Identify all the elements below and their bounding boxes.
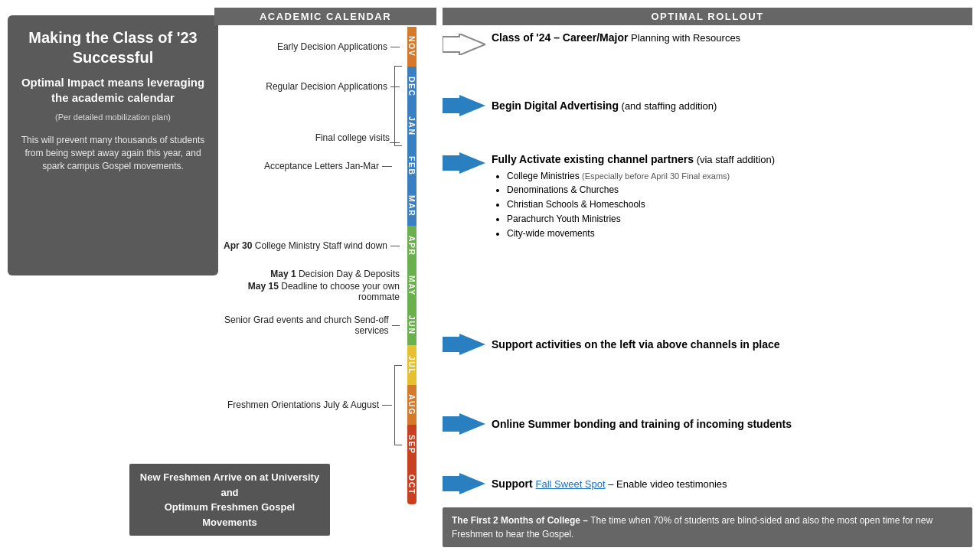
rollout-support-text: Support activities on the left via above… [492,337,972,353]
month-oct: OCT [407,465,416,504]
month-aug: AUG [407,385,416,425]
main-layout: Making the Class of '23 Successful Optim… [0,0,980,536]
channel-partners-list: College Ministries (Especially before Ap… [492,170,972,240]
freshmen-box-content: New Freshmen Arrive on at UniversityandO… [129,464,330,536]
month-mar: MAR [407,186,416,226]
rollout-list: Class of '24 – Career/Major Planning wit… [443,27,972,504]
event-may: May 1 Decision Day & Deposits May 15 Dea… [214,266,403,305]
rollout-fall-text: Support Fall Sweet Spot – Enable video t… [492,477,972,492]
rollout-digital-advertising: Begin Digital Advertising (and staffing … [443,67,972,146]
timeline-wrapper: Early Decision Applications Regular Deci… [214,27,436,528]
arrow-outline-icon [443,34,485,55]
svg-marker-0 [443,34,485,55]
connector-line [390,47,400,47]
list-item: College Ministries (Especially before Ap… [507,170,972,183]
left-info-box: Making the Class of '23 Successful Optim… [8,15,218,276]
connector-line [390,246,400,246]
optimal-rollout-header: OPTIMAL ROLLOUT [443,8,972,25]
svg-marker-2 [443,152,485,174]
event-freshmen-orient: Freshmen Orientations July & August [214,385,403,425]
months-column: NOV DEC JAN FEB MAR APR MAY JUN JUL AUG … [407,27,436,528]
connector-line [382,166,392,167]
academic-calendar-header: ACADEMIC CALENDAR [214,8,436,25]
list-item: Parachurch Youth Ministries [507,213,972,226]
bottom-info-box: The First 2 Months of College – The time… [443,507,972,547]
panel-subtitle: Optimal Impact means leveraging the acad… [18,75,207,105]
arrow-solid-icon-5 [443,473,485,497]
rollout-fall-sweet-spot: Support Fall Sweet Spot – Enable video t… [443,465,972,504]
bracket-jul-aug [394,365,402,445]
month-sep: SEP [407,425,416,465]
svg-marker-4 [443,413,485,435]
event-may15: May 15 Deadline to choose your own roomm… [214,281,400,302]
arrow-solid-icon [443,95,485,119]
svg-marker-5 [443,473,485,494]
event-acceptance: Acceptance Letters Jan-Mar [214,146,403,186]
arrow-solid-icon-3 [443,334,485,357]
list-item: City-wide movements [507,227,972,240]
list-item: Denominations & Churches [507,184,972,197]
event-regular-decision: Regular Decision Applications [214,67,403,106]
month-feb: FEB [407,146,416,186]
arrow-solid-icon-4 [443,413,485,437]
fall-sweet-spot-link[interactable]: Fall Sweet Spot [536,478,606,490]
rollout-online-summer: Online Summer bonding and training of in… [443,385,972,465]
panel-title: Making the Class of '23 Successful [18,28,207,67]
rollout-summer-text: Online Summer bonding and training of in… [492,417,972,432]
month-jun: JUN [407,305,416,345]
rollout-career-text: Class of '24 – Career/Major Planning wit… [492,31,972,46]
connector-line [382,405,392,406]
events-column: Early Decision Applications Regular Deci… [214,27,407,528]
rollout-support-activities: Support activities on the left via above… [443,305,972,385]
event-final-college: Final college visits [214,106,403,146]
month-may: MAY [407,266,416,305]
event-apr30: Apr 30 College Ministry Staff wind down [214,226,403,266]
svg-marker-1 [443,95,485,116]
panel-body: This will prevent many thousands of stud… [18,134,207,172]
rollout-career-planning: Class of '24 – Career/Major Planning wit… [443,27,972,67]
event-jul-empty [214,345,403,385]
rollout-channel-partners: Fully Activate existing channel partners… [443,146,972,305]
month-jan: JAN [407,106,416,146]
event-early-decision: Early Decision Applications [214,27,403,67]
month-dec: DEC [407,67,416,106]
event-freshmen-arrive-top [214,425,403,465]
left-panel: Making the Class of '23 Successful Optim… [0,0,214,536]
center-column: ACADEMIC CALENDAR Early Decision Applica… [214,0,436,536]
connector-line [392,325,400,326]
month-jul: JUL [407,345,416,385]
list-item: Christian Schools & Homeschools [507,198,972,211]
rollout-digital-text: Begin Digital Advertising (and staffing … [492,99,972,114]
freshmen-arrive-box: New Freshmen Arrive on at UniversityandO… [129,464,330,536]
right-panel: OPTIMAL ROLLOUT Class of '24 – Career/Ma… [436,0,980,536]
event-senior-grad: Senior Grad events and church Send-off s… [214,305,403,345]
month-apr: APR [407,226,416,266]
arrow-solid-icon-2 [443,152,485,176]
rollout-channel-text: Fully Activate existing channel partners… [492,152,972,242]
month-nov: NOV [407,27,416,67]
event-mar-empty [214,186,403,226]
bracket-jan-mar [394,66,402,146]
panel-note: (Per detailed mobilization plan) [18,112,207,122]
svg-marker-3 [443,334,485,355]
event-may1: May 1 Decision Day & Deposits [270,269,400,279]
